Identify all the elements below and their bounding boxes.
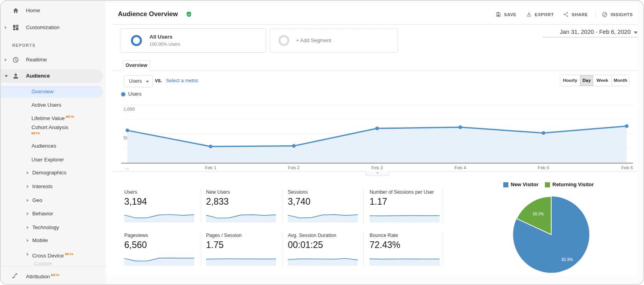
sidebar-item-overview[interactable]: Overview bbox=[1, 86, 106, 98]
metric-divider bbox=[443, 189, 443, 223]
sidebar-item-label: Home bbox=[26, 5, 40, 17]
legend-dot-users bbox=[121, 92, 125, 96]
beta-badge: BETA bbox=[65, 252, 73, 256]
save-button[interactable]: SAVE bbox=[495, 11, 517, 17]
attribution-icon bbox=[11, 272, 18, 279]
sidebar-item-geo[interactable]: Geo bbox=[1, 194, 106, 206]
sparkline-avg-session-duration bbox=[288, 255, 358, 266]
metric-label: Pageviews bbox=[124, 233, 148, 238]
metric-value: 1.17 bbox=[370, 196, 387, 207]
sidebar-item-technology[interactable]: Technology bbox=[1, 222, 106, 233]
sidebar-item-home[interactable]: Home bbox=[1, 5, 106, 17]
metric-card-users[interactable]: Users 3,194 bbox=[124, 189, 201, 223]
legend-label-new-visitor: New Visitor bbox=[511, 181, 539, 187]
metric-card-avg-session-duration[interactable]: Avg. Session Duration 00:01:25 bbox=[288, 233, 365, 266]
sparkline-sessions bbox=[288, 212, 358, 222]
metric-divider bbox=[201, 189, 201, 223]
legend-label-users: Users bbox=[128, 91, 142, 97]
sidebar-item-partial[interactable]: Custom bbox=[1, 261, 106, 266]
sidebar-item-label: Mobile bbox=[32, 235, 48, 246]
metric-card-sessions[interactable]: Sessions 3,740 bbox=[288, 189, 365, 223]
metric-divider bbox=[363, 232, 364, 266]
metric-value: 00:01:25 bbox=[288, 240, 323, 250]
svg-text:...: ... bbox=[125, 165, 129, 170]
metric-dropdown[interactable]: Users bbox=[124, 75, 153, 87]
svg-text:Feb 5: Feb 5 bbox=[538, 165, 549, 170]
sidebar-item-active-users[interactable]: Active Users bbox=[1, 99, 106, 111]
sidebar-item-lifetime-value[interactable]: Lifetime ValueBETA bbox=[1, 111, 106, 123]
metric-label: Users bbox=[124, 189, 137, 195]
svg-text:Feb 4: Feb 4 bbox=[454, 165, 466, 170]
metric-label: Number of Sessions per User bbox=[370, 189, 434, 195]
sidebar: Home Customization REPORTS Realtime bbox=[1, 1, 106, 285]
sidebar-item-behavior[interactable]: Behavior bbox=[1, 208, 106, 220]
users-line-chart[interactable]: 5001,000...Feb 1Feb 2Feb 3Feb 4Feb 5Feb … bbox=[112, 98, 638, 177]
legend-label-returning-visitor: Returning Visitor bbox=[552, 181, 594, 187]
insights-label: INSIGHTS bbox=[611, 12, 633, 17]
share-button[interactable]: SHARE bbox=[563, 11, 588, 17]
chevron-right-icon bbox=[27, 171, 29, 174]
beta-badge: BETA bbox=[31, 131, 40, 135]
sidebar-item-customization[interactable]: Customization bbox=[1, 22, 106, 33]
metric-label: Avg. Session Duration bbox=[288, 233, 336, 238]
sidebar-item-label: User Explorer bbox=[31, 154, 64, 166]
sidebar-item-demographics[interactable]: Demographics bbox=[1, 167, 106, 179]
svg-text:Feb 3: Feb 3 bbox=[371, 165, 383, 170]
metric-divider bbox=[283, 232, 283, 266]
metric-label: New Users bbox=[206, 189, 230, 195]
add-segment-label: + Add Segment bbox=[296, 37, 331, 43]
export-label: EXPORT bbox=[535, 12, 554, 17]
visitor-type-pie-chart[interactable]: 18.1%81.9% bbox=[510, 193, 593, 277]
sidebar-item-label: Custom bbox=[34, 261, 52, 266]
metric-value: 3,740 bbox=[288, 196, 311, 207]
date-range-picker[interactable]: Jan 31, 2020 - Feb 6, 2020 bbox=[543, 28, 638, 37]
metric-value: 2,833 bbox=[206, 196, 229, 207]
tab-overview[interactable]: Overview bbox=[123, 60, 150, 70]
sidebar-item-audiences[interactable]: Audiences bbox=[1, 140, 106, 152]
insights-button[interactable]: INSIGHTS bbox=[602, 11, 633, 18]
metric-card-pages-per-session[interactable]: Pages / Session 1.75 bbox=[206, 233, 283, 266]
page-title: Audience Overview bbox=[118, 10, 178, 18]
sidebar-item-audience[interactable]: Audience bbox=[1, 70, 106, 82]
metric-card-pageviews[interactable]: Pageviews 6,560 bbox=[124, 233, 201, 266]
svg-text:Feb 1: Feb 1 bbox=[205, 165, 216, 170]
metric-divider bbox=[363, 189, 364, 223]
sidebar-item-realtime[interactable]: Realtime bbox=[1, 54, 106, 66]
export-button[interactable]: EXPORT bbox=[526, 11, 554, 17]
add-segment-card[interactable]: + Add Segment bbox=[270, 28, 398, 53]
granularity-month-button[interactable]: Month bbox=[611, 75, 629, 86]
sidebar-item-label: Interests bbox=[32, 181, 53, 192]
sidebar-item-mobile[interactable]: Mobile bbox=[1, 235, 106, 246]
sparkline-bounce-rate bbox=[370, 255, 440, 266]
legend-swatch-returning-visitor bbox=[545, 182, 550, 187]
metric-divider bbox=[201, 232, 201, 266]
chevron-right-icon bbox=[5, 58, 7, 61]
chevron-right-icon bbox=[27, 239, 29, 242]
metric-card-new-users[interactable]: New Users 2,833 bbox=[206, 189, 283, 223]
sidebar-item-label: Technology bbox=[32, 222, 59, 233]
granularity-week-button[interactable]: Week bbox=[593, 75, 611, 86]
metric-card-sessions-per-user[interactable]: Number of Sessions per User 1.17 bbox=[370, 189, 447, 223]
svg-text:Feb 2: Feb 2 bbox=[288, 165, 300, 170]
sidebar-item-label: Customization bbox=[26, 22, 60, 33]
sidebar-section-reports: REPORTS bbox=[12, 43, 35, 48]
sidebar-item-interests[interactable]: Interests bbox=[1, 181, 106, 192]
save-icon bbox=[495, 11, 501, 17]
chart-collapse-handle[interactable]: ▾ bbox=[366, 171, 389, 176]
sidebar-item-cohort-analysis[interactable]: Cohort Analysis bbox=[1, 122, 106, 133]
select-metric-link[interactable]: Select a metric bbox=[166, 78, 199, 83]
metric-card-bounce-rate[interactable]: Bounce Rate 72.43% bbox=[370, 233, 447, 266]
metric-label: Bounce Rate bbox=[370, 233, 398, 238]
granularity-hourly-button[interactable]: Hourly bbox=[560, 75, 580, 86]
granularity-day-button[interactable]: Day bbox=[580, 75, 593, 86]
sidebar-item-label: Overview bbox=[31, 86, 53, 98]
granularity-control: Hourly Day Week Month bbox=[560, 75, 629, 86]
segment-card-all-users[interactable]: All Users 100.00% Users bbox=[120, 28, 266, 53]
sidebar-item-user-explorer[interactable]: User Explorer bbox=[1, 154, 106, 166]
metric-divider bbox=[443, 232, 443, 266]
beta-badge: BETA bbox=[51, 273, 59, 277]
sidebar-item-cross-device[interactable]: Cross DeviceBETA bbox=[1, 248, 106, 260]
sidebar-item-attribution[interactable]: AttributionBETA bbox=[1, 269, 106, 281]
sidebar-item-label: Demographics bbox=[32, 167, 66, 179]
chevron-right-icon bbox=[27, 226, 29, 229]
